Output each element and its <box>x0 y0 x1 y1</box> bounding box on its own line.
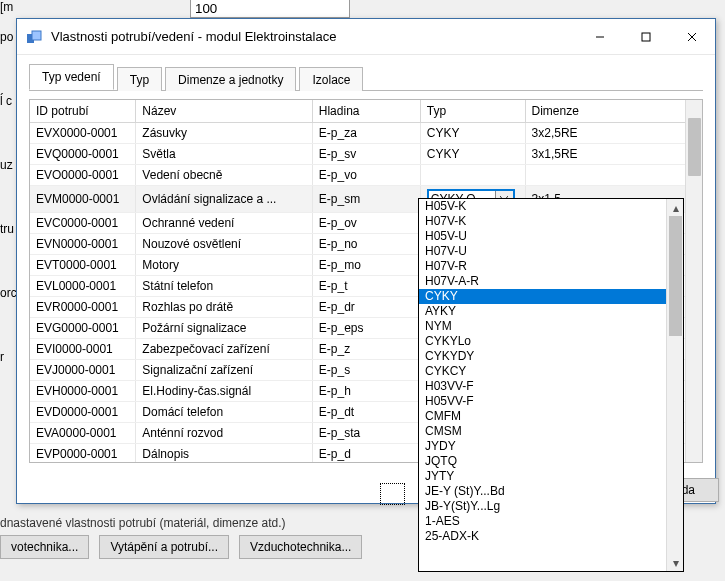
dropdown-option[interactable]: H03VV-F <box>419 379 666 394</box>
grid-cell[interactable]: EVJ0000-0001 <box>30 360 136 381</box>
grid-cell[interactable]: EVG0000-0001 <box>30 318 136 339</box>
bg-btn-votech[interactable]: votechnika... <box>0 535 89 559</box>
dropdown-option[interactable]: H07V-A-R <box>419 274 666 289</box>
grid-cell[interactable]: Zásuvky <box>136 123 312 144</box>
grid-cell[interactable]: Domácí telefon <box>136 402 312 423</box>
dropdown-option[interactable]: JE-Y (St)Y...Bd <box>419 484 666 499</box>
grid-cell[interactable]: E-p_s <box>312 360 420 381</box>
grid-cell[interactable]: EVL0000-0001 <box>30 276 136 297</box>
grid-cell[interactable]: Státní telefon <box>136 276 312 297</box>
grid-cell[interactable]: EVQ0000-0001 <box>30 144 136 165</box>
dropdown-option[interactable]: NYM <box>419 319 666 334</box>
col-type[interactable]: Typ <box>420 100 525 123</box>
grid-cell[interactable]: Ovládání signalizace a ... <box>136 186 312 213</box>
dropdown-option[interactable]: H07V-K <box>419 214 666 229</box>
grid-cell[interactable]: EVR0000-0001 <box>30 297 136 318</box>
grid-cell[interactable]: E-p_za <box>312 123 420 144</box>
dropdown-option[interactable]: JQTQ <box>419 454 666 469</box>
grid-cell[interactable]: E-p_dt <box>312 402 420 423</box>
grid-cell[interactable]: EVC0000-0001 <box>30 213 136 234</box>
grid-cell[interactable]: E-p_vo <box>312 165 420 186</box>
grid-cell[interactable]: Rozhlas po drátě <box>136 297 312 318</box>
scroll-up-arrow[interactable]: ▴ <box>667 199 684 216</box>
dropdown-option[interactable]: H05V-K <box>419 199 666 214</box>
dropdown-option[interactable]: H07V-R <box>419 259 666 274</box>
grid-cell[interactable]: E-p_mo <box>312 255 420 276</box>
tab-type[interactable]: Typ <box>117 67 162 91</box>
grid-cell[interactable]: EVH0000-0001 <box>30 381 136 402</box>
grid-cell[interactable]: Dálnopis <box>136 444 312 464</box>
grid-cell[interactable]: EVP0000-0001 <box>30 444 136 464</box>
dropdown-scrollbar[interactable]: ▴ ▾ <box>666 199 683 571</box>
grid-cell[interactable]: EVM0000-0001 <box>30 186 136 213</box>
scroll-down-arrow[interactable]: ▾ <box>667 554 684 571</box>
dropdown-option[interactable]: CYKCY <box>419 364 666 379</box>
tab-wiring-type[interactable]: Typ vedení <box>29 64 114 90</box>
grid-cell[interactable]: E-p_eps <box>312 318 420 339</box>
close-button[interactable] <box>669 22 715 52</box>
maximize-button[interactable] <box>623 22 669 52</box>
dropdown-scrollbar-thumb[interactable] <box>669 216 682 336</box>
grid-cell[interactable]: E-p_ov <box>312 213 420 234</box>
grid-cell[interactable]: E-p_dr <box>312 297 420 318</box>
col-name[interactable]: Název <box>136 100 312 123</box>
grid-cell[interactable]: EVI0000-0001 <box>30 339 136 360</box>
grid-cell[interactable] <box>525 165 701 186</box>
dropdown-option[interactable]: H05V-U <box>419 229 666 244</box>
grid-cell[interactable]: EVX0000-0001 <box>30 123 136 144</box>
grid-cell[interactable]: EVN0000-0001 <box>30 234 136 255</box>
grid-cell[interactable]: CYKY <box>420 123 525 144</box>
tab-insulation[interactable]: Izolace <box>299 67 363 91</box>
grid-cell[interactable]: 3x2,5RE <box>525 123 701 144</box>
grid-cell[interactable]: E-p_sta <box>312 423 420 444</box>
tab-dimensions[interactable]: Dimenze a jednotky <box>165 67 296 91</box>
bg-btn-heating[interactable]: Vytápění a potrubí... <box>99 535 229 559</box>
grid-cell[interactable]: CYKY <box>420 144 525 165</box>
grid-cell[interactable]: El.Hodiny-čas.signál <box>136 381 312 402</box>
grid-cell[interactable]: Nouzové osvětlení <box>136 234 312 255</box>
dropdown-option[interactable]: CMSM <box>419 424 666 439</box>
type-dropdown-list[interactable]: H05V-KH07V-KH05V-UH07V-UH07V-RH07V-A-RCY… <box>418 198 684 572</box>
grid-vertical-scrollbar[interactable] <box>685 100 702 462</box>
grid-cell[interactable]: Anténní rozvod <box>136 423 312 444</box>
grid-cell[interactable]: EVT0000-0001 <box>30 255 136 276</box>
scrollbar-thumb[interactable] <box>688 118 701 176</box>
dropdown-option[interactable]: JB-Y(St)Y...Lg <box>419 499 666 514</box>
grid-cell[interactable]: Požární signalizace <box>136 318 312 339</box>
grid-cell[interactable]: EVO0000-0001 <box>30 165 136 186</box>
grid-cell[interactable]: E-p_d <box>312 444 420 464</box>
col-dim[interactable]: Dimenze <box>525 100 701 123</box>
grid-cell[interactable]: Motory <box>136 255 312 276</box>
grid-cell[interactable]: Vedení obecně <box>136 165 312 186</box>
dropdown-option[interactable]: CYKYDY <box>419 349 666 364</box>
grid-cell[interactable]: E-p_z <box>312 339 420 360</box>
grid-cell[interactable]: E-p_t <box>312 276 420 297</box>
dropdown-option[interactable]: H05VV-F <box>419 394 666 409</box>
table-row[interactable]: EVO0000-0001Vedení obecněE-p_vo <box>30 165 702 186</box>
grid-cell[interactable]: Ochranné vedení <box>136 213 312 234</box>
bg-btn-hvac[interactable]: Vzduchotechnika... <box>239 535 362 559</box>
dropdown-option[interactable]: H07V-U <box>419 244 666 259</box>
table-row[interactable]: EVQ0000-0001SvětlaE-p_svCYKY3x1,5RE <box>30 144 702 165</box>
col-layer[interactable]: Hladina <box>312 100 420 123</box>
grid-cell[interactable]: E-p_sv <box>312 144 420 165</box>
dropdown-option[interactable]: 25-ADX-K <box>419 529 666 544</box>
table-row[interactable]: EVX0000-0001ZásuvkyE-p_zaCYKY3x2,5RE <box>30 123 702 144</box>
dropdown-option[interactable]: AYKY <box>419 304 666 319</box>
grid-cell[interactable] <box>420 165 525 186</box>
grid-cell[interactable]: EVA0000-0001 <box>30 423 136 444</box>
dropdown-option[interactable]: CMFM <box>419 409 666 424</box>
bg-number-input[interactable] <box>190 0 350 18</box>
title-bar[interactable]: Vlastnosti potrubí/vedení - modul Elektr… <box>17 19 715 55</box>
grid-cell[interactable]: EVD0000-0001 <box>30 402 136 423</box>
grid-cell[interactable]: E-p_h <box>312 381 420 402</box>
dropdown-option[interactable]: JYTY <box>419 469 666 484</box>
col-id[interactable]: ID potrubí <box>30 100 136 123</box>
grid-cell[interactable]: Světla <box>136 144 312 165</box>
dropdown-option[interactable]: CYKY <box>419 289 666 304</box>
grid-cell[interactable]: Signalizační zařízení <box>136 360 312 381</box>
dropdown-option[interactable]: 1-AES <box>419 514 666 529</box>
dropdown-option[interactable]: CYKYLo <box>419 334 666 349</box>
grid-cell[interactable]: Zabezpečovací zařízení <box>136 339 312 360</box>
grid-cell[interactable]: 3x1,5RE <box>525 144 701 165</box>
